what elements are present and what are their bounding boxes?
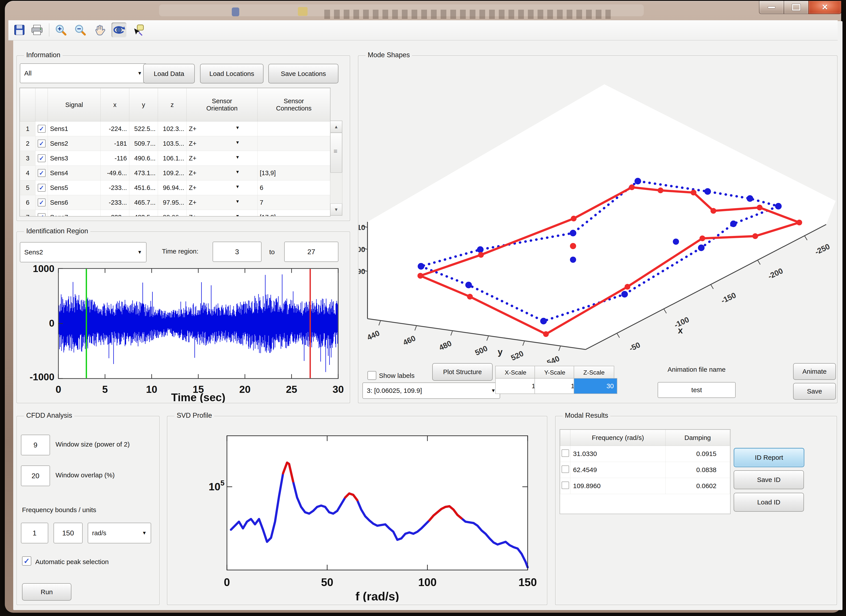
sensor-enabled-checkbox[interactable]: ✓ [38, 154, 46, 162]
y-coordinate-cell[interactable]: 473.1... [129, 166, 158, 180]
show-labels-checkbox[interactable] [368, 371, 376, 380]
orientation-cell[interactable]: Z+▼ [187, 151, 257, 166]
sensor-enabled-checkbox[interactable]: ✓ [38, 125, 46, 133]
mode-shapes-3d-plot[interactable]: 11010090440460480500520540-50-100-150-20… [359, 57, 836, 363]
z-coordinate-cell[interactable]: 109.2... [158, 166, 187, 180]
sensor-enabled-checkbox[interactable]: ✓ [38, 184, 46, 192]
mode-select-checkbox[interactable] [562, 481, 569, 489]
y-coordinate-cell[interactable]: 509.7... [129, 136, 158, 151]
zoom-in-button[interactable] [53, 22, 68, 37]
scroll-up-button[interactable]: ▲ [330, 121, 342, 133]
signal-name-cell[interactable]: Sens2 [48, 136, 101, 151]
x-coordinate-cell[interactable]: -181 [101, 136, 129, 151]
x-coordinate-cell[interactable]: -233... [101, 180, 129, 195]
animate-button[interactable]: Animate [793, 363, 836, 380]
connections-cell[interactable] [257, 136, 330, 151]
window-overlap-input[interactable]: 20 [21, 465, 50, 486]
z-coordinate-cell[interactable]: 102.3... [158, 122, 187, 136]
x-coordinate-cell[interactable]: -116 [101, 151, 129, 166]
x-coordinate-cell[interactable]: -233... [101, 210, 129, 217]
time-to-input[interactable]: 27 [284, 242, 338, 262]
orientation-cell[interactable]: Z+▼ [187, 210, 257, 217]
run-button[interactable]: Run [22, 583, 71, 601]
print-button[interactable] [29, 22, 44, 37]
load-data-button[interactable]: Load Data [143, 64, 195, 84]
y-coordinate-cell[interactable]: 451.6... [129, 180, 158, 195]
sensor-table-scrollbar[interactable]: ▲ ▼ [330, 120, 342, 216]
save-locations-button[interactable]: Save Locations [268, 64, 338, 84]
z-coordinate-cell[interactable]: 106.1... [158, 151, 187, 166]
sensor-table-header: y [129, 88, 158, 122]
minimize-button[interactable] [759, 1, 784, 14]
rotate-3d-button[interactable] [112, 22, 127, 37]
x-coordinate-cell[interactable]: -224... [101, 122, 129, 136]
y-coordinate-cell[interactable]: 483.5... [129, 210, 158, 217]
title-bar[interactable]: ✕ [5, 1, 841, 21]
data-cursor-button[interactable] [131, 22, 146, 37]
x-coordinate-cell[interactable]: -233... [101, 195, 129, 210]
save-id-button[interactable]: Save ID [734, 470, 804, 489]
freq-low-input[interactable]: 1 [21, 523, 48, 543]
connections-cell[interactable]: [13,9] [257, 166, 330, 180]
sensor-enabled-checkbox[interactable]: ✓ [38, 213, 46, 217]
close-button[interactable]: ✕ [808, 1, 842, 14]
z-coordinate-cell[interactable]: 99.06... [158, 210, 187, 217]
connections-cell[interactable] [257, 122, 330, 136]
x-coordinate-cell[interactable]: -49.6... [101, 166, 129, 180]
x-scale-cell[interactable]: 1 [495, 378, 539, 394]
orientation-cell[interactable]: Z+▼ [187, 136, 257, 151]
load-id-button[interactable]: Load ID [734, 493, 804, 512]
freq-units-dropdown[interactable]: rad/s ▼ [88, 523, 151, 543]
save-button[interactable] [12, 22, 27, 37]
connections-cell[interactable]: 6 [257, 180, 330, 195]
orientation-cell[interactable]: Z+▼ [187, 195, 257, 210]
z-coordinate-cell[interactable]: 97.95... [158, 195, 187, 210]
z-coordinate-cell[interactable]: 103.5... [158, 136, 187, 151]
id-report-button[interactable]: ID Report [734, 448, 804, 467]
mode-selector-dropdown[interactable]: 3: [0.06025, 109.9] ▼ [362, 383, 500, 399]
y-scale-cell[interactable]: 1 [534, 378, 578, 394]
signal-name-cell[interactable]: Sens4 [48, 166, 101, 180]
sensor-enabled-checkbox[interactable]: ✓ [38, 139, 46, 147]
plot-structure-button[interactable]: Plot Structure [432, 363, 493, 381]
connections-cell[interactable] [257, 151, 330, 166]
mode-select-checkbox[interactable] [562, 465, 569, 473]
y-coordinate-cell[interactable]: 465.7... [129, 195, 158, 210]
load-id-label: Load ID [757, 499, 780, 506]
auto-peak-checkbox[interactable]: ✓ [22, 556, 31, 566]
save-animation-button[interactable]: Save [793, 383, 836, 400]
zoom-out-button[interactable] [73, 22, 88, 37]
modal-results-table[interactable]: Frequency (rad/s)Damping 31.03300.091562… [560, 429, 731, 514]
sensor-table[interactable]: SignalxyzSensor OrientationSensor Connec… [19, 88, 331, 217]
signal-name-cell[interactable]: Sens1 [48, 122, 101, 136]
svd-profile-plot[interactable]: 050100150105f (rad/s) [206, 426, 541, 602]
signal-name-cell[interactable]: Sens7 [48, 210, 101, 217]
orientation-cell[interactable]: Z+▼ [187, 122, 257, 136]
mode-select-checkbox[interactable] [562, 449, 569, 457]
orientation-cell[interactable]: Z+▼ [187, 166, 257, 180]
time-from-input[interactable]: 3 [213, 242, 262, 262]
animation-file-input[interactable]: test [658, 382, 736, 398]
pan-button[interactable] [92, 22, 107, 37]
freq-high-input[interactable]: 150 [53, 523, 82, 543]
z-coordinate-cell[interactable]: 96.94... [158, 180, 187, 195]
window-size-input[interactable]: 9 [21, 435, 50, 455]
channel-dropdown[interactable]: Sens2 ▼ [20, 242, 147, 263]
signal-filter-dropdown[interactable]: All ▼ [20, 63, 147, 83]
load-locations-button[interactable]: Load Locations [200, 64, 263, 84]
signal-name-cell[interactable]: Sens6 [48, 195, 101, 210]
sensor-enabled-checkbox[interactable]: ✓ [38, 169, 46, 177]
connections-cell[interactable]: 7 [257, 195, 330, 210]
z-scale-cell[interactable]: 30 [574, 378, 617, 394]
connections-cell[interactable]: [17,8] [257, 210, 330, 217]
time-signal-plot[interactable]: 05101520253010000-1000Time (sec) [21, 265, 347, 403]
signal-name-cell[interactable]: Sens3 [48, 151, 101, 166]
y-coordinate-cell[interactable]: 522.5... [129, 122, 158, 136]
signal-name-cell[interactable]: Sens5 [48, 180, 101, 195]
orientation-cell[interactable]: Z+▼ [187, 180, 257, 195]
scroll-down-button[interactable]: ▼ [330, 204, 342, 216]
sensor-enabled-checkbox[interactable]: ✓ [38, 198, 46, 207]
y-coordinate-cell[interactable]: 490.6... [129, 151, 158, 166]
scrollbar-thumb[interactable] [330, 133, 342, 173]
maximize-button[interactable] [784, 1, 809, 14]
